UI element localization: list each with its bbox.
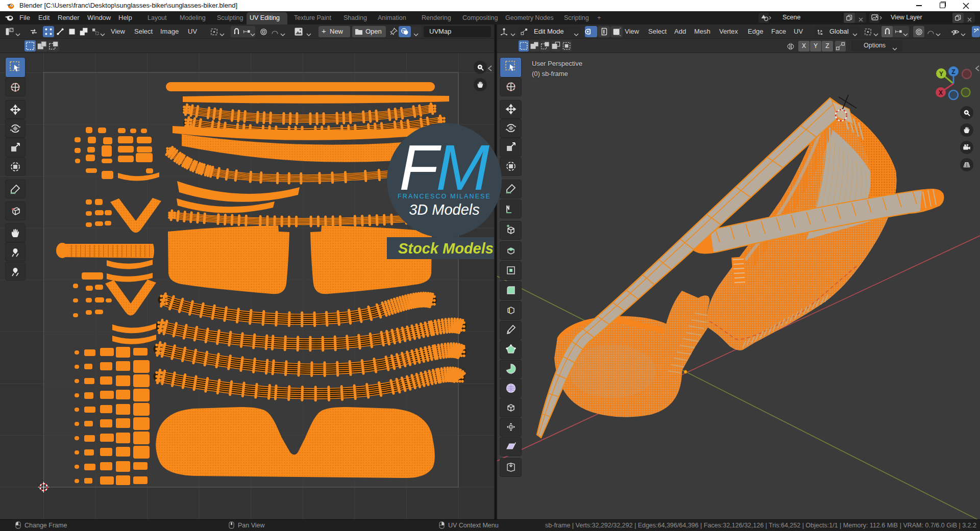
svg-text:Y: Y xyxy=(939,70,943,78)
svg-text:X: X xyxy=(939,89,943,96)
svg-text:Z: Z xyxy=(951,68,955,75)
